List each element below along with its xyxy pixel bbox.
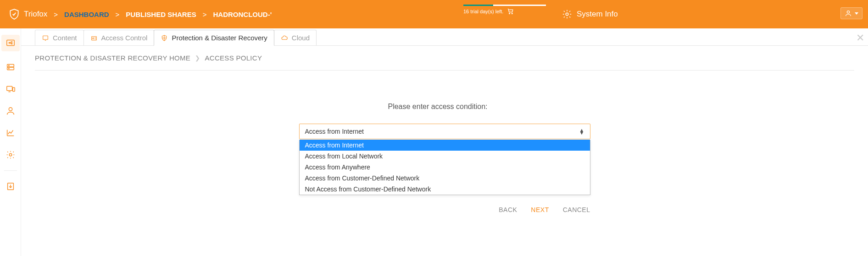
back-button[interactable]: BACK: [499, 206, 517, 213]
svg-point-14: [9, 108, 12, 111]
svg-point-6: [11, 42, 12, 43]
select-value: Access from Internet: [305, 128, 364, 135]
chevron-right-icon: ❯: [195, 54, 200, 61]
svg-point-10: [8, 65, 9, 66]
header-bar: Triofox > DASHBOARD > PUBLISHED SHARES >…: [0, 0, 868, 28]
user-menu-button[interactable]: [840, 7, 862, 19]
chevron-down-icon: [855, 12, 858, 15]
system-info-link[interactable]: System Info: [562, 0, 618, 28]
svg-rect-17: [43, 36, 48, 39]
logo-icon: [8, 8, 20, 20]
tab-label: Cloud: [292, 34, 310, 42]
access-condition-select-wrap: Access from Internet ▲▼ Access from Inte…: [299, 124, 590, 139]
select-arrows-icon: ▲▼: [579, 129, 584, 134]
sidebar-item-download[interactable]: [4, 180, 17, 193]
sep: >: [116, 11, 120, 18]
tab-label: Access Control: [101, 34, 148, 42]
svg-point-3: [847, 11, 849, 13]
dropdown-option[interactable]: Access from Internet: [300, 140, 590, 151]
sub-breadcrumb: PROTECTION & DISASTER RECOVERY HOME ❯ AC…: [21, 46, 868, 70]
sidebar-item-servers[interactable]: [4, 60, 17, 73]
tab-label: Protection & Disaster Recovery: [172, 34, 267, 42]
logo-area: Triofox > DASHBOARD > PUBLISHED SHARES >…: [8, 8, 272, 20]
trial-text: 16 trial day(s) left.: [463, 9, 503, 14]
tab-protection-dr[interactable]: Protection & Disaster Recovery: [154, 30, 274, 46]
sidebar-item-settings[interactable]: [4, 148, 17, 161]
svg-point-15: [9, 153, 12, 156]
form-prompt: Please enter access condition:: [388, 103, 487, 111]
tab-cloud[interactable]: Cloud: [274, 30, 317, 45]
dropdown-option[interactable]: Access from Anywhere: [300, 162, 590, 173]
svg-rect-4: [6, 40, 14, 46]
svg-point-1: [512, 13, 513, 14]
next-button[interactable]: NEXT: [531, 206, 549, 213]
tab-row: Content Access Control Protection & Disa…: [21, 28, 868, 46]
dropdown-option[interactable]: Access from Local Network: [300, 151, 590, 162]
left-sidebar: [0, 28, 21, 256]
tab-content[interactable]: Content: [35, 30, 84, 45]
sidebar-item-chart[interactable]: [4, 126, 17, 139]
dropdown-option[interactable]: Not Access from Customer-Defined Network: [300, 184, 590, 195]
svg-point-7: [11, 43, 12, 44]
tab-access-control[interactable]: Access Control: [83, 30, 155, 45]
svg-rect-12: [6, 87, 12, 91]
sub-breadcrumb-home[interactable]: PROTECTION & DISASTER RECOVERY HOME: [35, 54, 190, 62]
access-condition-dropdown: Access from Internet Access from Local N…: [299, 140, 590, 195]
sidebar-item-share[interactable]: [1, 35, 20, 51]
gear-icon: [562, 9, 572, 19]
system-info-label: System Info: [577, 10, 618, 19]
sub-breadcrumb-current: ACCESS POLICY: [205, 54, 262, 62]
sep: >: [203, 11, 207, 18]
dropdown-option[interactable]: Access from Customer-Defined Network: [300, 173, 590, 184]
cancel-button[interactable]: CANCEL: [563, 206, 590, 213]
svg-point-19: [92, 38, 94, 39]
close-icon[interactable]: ✕: [856, 32, 864, 44]
sidebar-item-user[interactable]: [4, 104, 17, 117]
breadcrumb-published-shares[interactable]: PUBLISHED SHARES: [126, 11, 196, 18]
sidebar-item-device[interactable]: [4, 82, 17, 95]
form-area: Please enter access condition: Access fr…: [21, 71, 868, 139]
cart-icon[interactable]: [507, 8, 514, 15]
user-icon: [845, 10, 852, 17]
svg-point-2: [566, 13, 568, 16]
svg-point-0: [509, 13, 510, 14]
breadcrumb-dashboard[interactable]: DASHBOARD: [64, 11, 109, 18]
svg-rect-13: [12, 87, 15, 91]
content-area: Content Access Control Protection & Disa…: [21, 28, 868, 256]
brand-text: Triofox: [24, 10, 47, 19]
svg-point-5: [9, 43, 10, 44]
button-row: BACK NEXT CANCEL: [299, 206, 590, 213]
trial-area: 16 trial day(s) left.: [463, 5, 546, 15]
access-condition-select[interactable]: Access from Internet ▲▼: [299, 124, 590, 139]
svg-point-11: [8, 68, 9, 69]
sidebar-divider: [4, 170, 17, 171]
progress-bar: [463, 5, 546, 6]
tab-label: Content: [53, 34, 77, 42]
breadcrumb-current[interactable]: HADRONCLOUD-': [213, 11, 272, 18]
sep: >: [54, 11, 58, 18]
